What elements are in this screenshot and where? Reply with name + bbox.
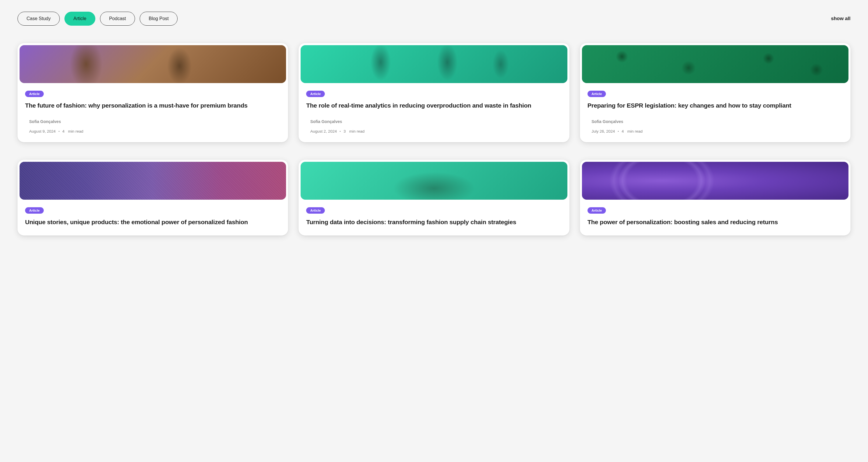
card-read-suffix: min read — [349, 129, 365, 133]
card-image — [301, 45, 567, 83]
card-body: Article Turning data into decisions: tra… — [299, 200, 569, 235]
card-tag: Article — [25, 91, 44, 97]
card-meta: Sofia Gonçalves August 2, 2024 3 min rea… — [306, 119, 562, 133]
card-tag: Article — [588, 207, 606, 213]
card-date: August 9, 2024 — [29, 129, 56, 133]
card-meta: Sofia Gonçalves July 26, 2024 4 min read — [588, 119, 843, 133]
card-body: Article The future of fashion: why perso… — [18, 83, 288, 142]
article-card[interactable]: Article The power of personalization: bo… — [580, 160, 850, 235]
card-read-minutes: 4 — [622, 129, 624, 133]
card-image — [582, 162, 848, 200]
filter-pills: Case Study Article Podcast Blog Post — [18, 12, 178, 26]
card-footer: August 9, 2024 4 min read — [25, 129, 280, 133]
card-body: Article Preparing for ESPR legislation: … — [580, 83, 850, 142]
article-card[interactable]: Article Preparing for ESPR legislation: … — [580, 43, 850, 142]
dot-separator-icon — [340, 131, 341, 132]
card-title: Preparing for ESPR legislation: key chan… — [588, 101, 843, 110]
article-card[interactable]: Article The role of real-time analytics … — [299, 43, 569, 142]
card-date: August 2, 2024 — [310, 129, 337, 133]
card-read-suffix: min read — [68, 129, 83, 133]
card-tag: Article — [25, 207, 44, 213]
card-body: Article The power of personalization: bo… — [580, 200, 850, 235]
card-footer: August 2, 2024 3 min read — [306, 129, 562, 133]
card-image — [20, 162, 286, 200]
card-title: Turning data into decisions: transformin… — [306, 218, 562, 227]
card-footer: July 26, 2024 4 min read — [588, 129, 843, 133]
dot-separator-icon — [618, 131, 619, 132]
card-author: Sofia Gonçalves — [306, 119, 562, 124]
card-read-minutes: 4 — [62, 129, 65, 133]
card-image — [20, 45, 286, 83]
article-card[interactable]: Article Unique stories, unique products:… — [18, 160, 288, 235]
card-title: The future of fashion: why personalizati… — [25, 101, 280, 110]
card-title: Unique stories, unique products: the emo… — [25, 218, 280, 227]
card-title: The power of personalization: boosting s… — [588, 218, 843, 227]
cards-grid: Article The future of fashion: why perso… — [18, 43, 850, 235]
show-all-button[interactable]: show all — [831, 16, 850, 22]
dot-separator-icon — [59, 131, 60, 132]
card-read-suffix: min read — [627, 129, 643, 133]
filter-pill-podcast[interactable]: Podcast — [100, 12, 135, 26]
card-meta: Sofia Gonçalves August 9, 2024 4 min rea… — [25, 119, 280, 133]
article-card[interactable]: Article The future of fashion: why perso… — [18, 43, 288, 142]
card-tag: Article — [306, 207, 325, 213]
card-tag: Article — [588, 91, 606, 97]
card-date: July 26, 2024 — [592, 129, 615, 133]
filter-pill-article[interactable]: Article — [64, 12, 95, 26]
card-tag: Article — [306, 91, 325, 97]
card-image — [301, 162, 567, 200]
article-card[interactable]: Article Turning data into decisions: tra… — [299, 160, 569, 235]
card-image — [582, 45, 848, 83]
filter-pill-blog-post[interactable]: Blog Post — [140, 12, 178, 26]
top-bar: Case Study Article Podcast Blog Post sho… — [18, 12, 850, 26]
card-body: Article The role of real-time analytics … — [299, 83, 569, 142]
card-read-minutes: 3 — [343, 129, 346, 133]
card-author: Sofia Gonçalves — [588, 119, 843, 124]
filter-pill-case-study[interactable]: Case Study — [18, 12, 60, 26]
card-body: Article Unique stories, unique products:… — [18, 200, 288, 235]
card-title: The role of real-time analytics in reduc… — [306, 101, 562, 110]
card-author: Sofia Gonçalves — [25, 119, 280, 124]
